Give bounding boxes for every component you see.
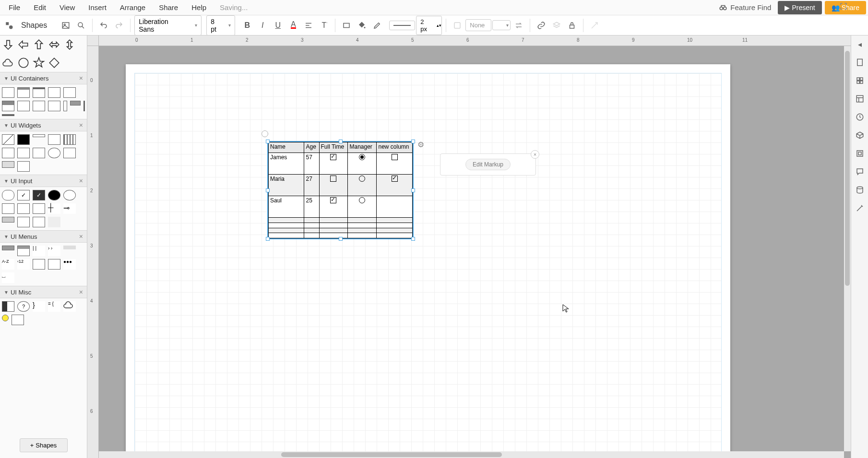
container-shape[interactable] (2, 101, 14, 111)
scrollbar-vertical[interactable] (844, 46, 851, 451)
container-shape[interactable] (17, 101, 30, 111)
table-cell[interactable] (377, 218, 413, 223)
section-ui-input[interactable]: ▼ UI Input × (0, 175, 87, 187)
misc-shape[interactable] (2, 315, 9, 321)
widget-shape[interactable] (2, 161, 14, 168)
table-cell[interactable]: 25 (304, 196, 319, 218)
input-shape[interactable] (17, 217, 30, 227)
magic-button[interactable] (587, 18, 602, 33)
table-cell[interactable] (319, 218, 348, 223)
menu-arrange[interactable]: Arrange (113, 0, 152, 14)
arrow-dir-select[interactable] (492, 20, 511, 30)
container-shape[interactable] (33, 101, 45, 111)
dock-collapse-button[interactable]: ◂ (854, 38, 866, 50)
widget-shape[interactable] (17, 134, 30, 145)
table-cell[interactable] (348, 233, 377, 238)
table-cell[interactable] (377, 153, 413, 175)
menu-view[interactable]: View (53, 0, 82, 14)
container-shape[interactable] (48, 101, 60, 111)
table-cell[interactable] (269, 228, 304, 233)
menu-shape[interactable]: ●●● (63, 259, 76, 270)
table-cell[interactable]: 57 (304, 153, 319, 175)
search-button[interactable] (74, 18, 88, 33)
table-cell[interactable] (319, 233, 348, 238)
menu-file[interactable]: File (2, 0, 27, 14)
widget-shape[interactable] (33, 148, 45, 158)
feature-find-button[interactable]: Feature Find (712, 3, 778, 12)
add-shapes-button[interactable]: + Shapes (20, 438, 68, 452)
input-shape[interactable]: ⊸ (63, 203, 76, 214)
input-shape[interactable] (48, 190, 60, 200)
undo-button[interactable] (96, 18, 111, 33)
input-shape[interactable] (33, 217, 45, 227)
dock-grid-button[interactable] (854, 75, 866, 86)
popup-close-button[interactable]: × (531, 150, 539, 159)
scrollbar-thumb[interactable] (845, 51, 850, 286)
redo-button[interactable] (112, 18, 126, 33)
bold-button[interactable]: B (240, 18, 254, 33)
star-shape[interactable] (33, 57, 45, 69)
table-cell[interactable] (304, 228, 319, 233)
menu-shape[interactable]: ‹12 (17, 259, 30, 270)
dock-layout-button[interactable] (854, 93, 866, 105)
input-shape[interactable]: ┼ (48, 203, 60, 214)
table-cell[interactable] (319, 153, 348, 175)
swap-button[interactable] (511, 18, 526, 33)
misc-shape[interactable] (63, 301, 76, 312)
line-style-select[interactable] (389, 21, 415, 30)
input-shape[interactable] (2, 190, 14, 200)
widget-shape[interactable] (63, 134, 76, 145)
menu-share[interactable]: Share (152, 0, 185, 14)
table-cell[interactable] (377, 175, 413, 196)
widget-shape[interactable] (48, 134, 60, 145)
underline-button[interactable]: U (271, 18, 285, 33)
close-icon[interactable]: × (79, 121, 83, 129)
close-icon[interactable]: × (79, 74, 83, 82)
font-family-select[interactable]: Liberation Sans (134, 15, 202, 35)
table-cell[interactable] (348, 175, 377, 196)
table-cell[interactable] (348, 196, 377, 218)
arrow-ud-icon[interactable] (63, 38, 76, 51)
table-row[interactable] (269, 218, 413, 223)
table-cell[interactable] (377, 228, 413, 233)
container-shape[interactable] (33, 87, 45, 98)
section-ui-widgets[interactable]: ▼ UI Widgets × (0, 119, 87, 131)
table-cell[interactable] (348, 223, 377, 228)
resize-handle-se[interactable] (411, 237, 415, 241)
input-shape[interactable] (48, 217, 60, 227)
dock-wand-button[interactable] (854, 202, 866, 214)
align-button[interactable] (301, 18, 316, 33)
container-shape[interactable] (2, 87, 14, 98)
circle-shape[interactable] (17, 57, 30, 69)
table-row[interactable]: Maria27 (269, 175, 413, 196)
close-icon[interactable]: × (79, 288, 83, 296)
resize-handle-sw[interactable] (266, 237, 270, 241)
table-cell[interactable] (269, 223, 304, 228)
table-header-cell[interactable]: Age (304, 142, 319, 153)
menu-shape[interactable] (2, 246, 14, 250)
misc-shape[interactable]: } (33, 301, 45, 312)
table-cell[interactable] (304, 223, 319, 228)
table-row[interactable] (269, 228, 413, 233)
table-cell[interactable] (319, 228, 348, 233)
table-cell[interactable] (304, 233, 319, 238)
misc-shape[interactable]: = { (48, 301, 60, 312)
table-header-cell[interactable]: new column (377, 142, 413, 153)
dock-clock-button[interactable] (854, 111, 866, 123)
widget-shape[interactable] (2, 148, 14, 158)
dock-master-button[interactable] (854, 148, 866, 159)
text-options-button[interactable]: T· (317, 18, 331, 33)
italic-button[interactable]: I (255, 18, 270, 33)
misc-shape[interactable] (12, 315, 24, 325)
resize-handle-e[interactable] (411, 188, 415, 192)
arrow-lr-icon[interactable] (48, 38, 60, 51)
text-color-button[interactable]: A (286, 18, 300, 33)
table-row[interactable]: James57 (269, 153, 413, 175)
resize-handle-ne[interactable] (411, 140, 415, 143)
arrow-start-select[interactable]: None (465, 19, 491, 31)
input-shape[interactable]: ✓ (17, 190, 30, 200)
edit-markup-button[interactable]: Edit Markup (465, 159, 511, 170)
section-ui-containers[interactable]: ▼ UI Containers × (0, 72, 87, 84)
scrollbar-thumb[interactable] (281, 452, 502, 457)
shape-style-button[interactable] (450, 18, 464, 33)
